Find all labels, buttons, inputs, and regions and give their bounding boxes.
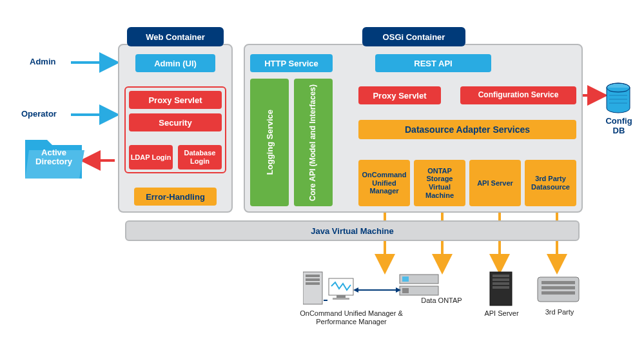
box-security: Security [129,113,222,131]
box-ds-ontap: ONTAP Storage Virtual Machine [414,160,465,206]
svg-rect-31 [402,276,409,282]
svg-rect-23 [306,278,320,281]
architecture-diagram: { "left": { "admin": "Admin", "operator"… [0,0,644,339]
box-db-login: Database Login [178,145,222,170]
box-ds-api: API Server [469,160,521,206]
box-rest-api: REST API [375,54,491,72]
label-bottom-ocum: OnCommand Unified Manager & Performance … [297,309,406,325]
label-admin: Admin [30,57,55,66]
box-ds-oncommand: OnCommand Unified Manager [358,160,410,206]
svg-rect-26 [337,295,346,298]
box-web-proxy: Proxy Servlet [129,91,222,109]
osgi-container-title: OSGi Container [362,27,465,46]
svg-marker-35 [353,287,358,293]
box-http-service: HTTP Service [250,54,333,72]
api-server-icon [489,271,514,308]
box-core-api: Core API (Model and Interfaces) [294,79,333,206]
svg-rect-44 [542,291,575,295]
box-ds-third: 3rd Party Datasource [525,160,576,206]
box-osgi-proxy: Proxy Servlet [358,86,441,104]
svg-rect-38 [493,278,509,281]
svg-rect-32 [402,288,409,293]
box-error-handling: Error-Handling [134,188,217,206]
box-ds-adapter: Datasource Adapter Services [358,120,576,139]
third-party-icon [536,273,581,307]
box-ldap-login: LDAP Login [129,145,173,170]
web-container-title: Web Container [127,27,224,46]
svg-rect-22 [306,275,320,277]
svg-rect-40 [493,286,509,289]
label-bottom-api: API Server [483,309,520,318]
svg-rect-42 [542,281,575,284]
svg-rect-43 [542,286,575,289]
label-config-db: ConfigDB [603,116,635,135]
svg-rect-37 [493,275,509,277]
jvm-bar: Java Virtual Machine [125,220,580,241]
label-bottom-ontap: Data ONTAP [419,296,464,305]
box-config-service: Configuration Service [460,86,576,104]
box-logging-service: Logging Service [250,79,289,206]
label-bottom-third: 3rd Party [540,308,579,316]
database-icon [605,82,632,113]
box-admin-ui: Admin (UI) [135,54,215,72]
label-operator: Operator [21,109,57,119]
svg-rect-39 [493,282,509,285]
label-active-directory: ActiveDirectory [35,148,72,167]
svg-rect-27 [333,298,349,300]
svg-rect-24 [306,282,320,285]
